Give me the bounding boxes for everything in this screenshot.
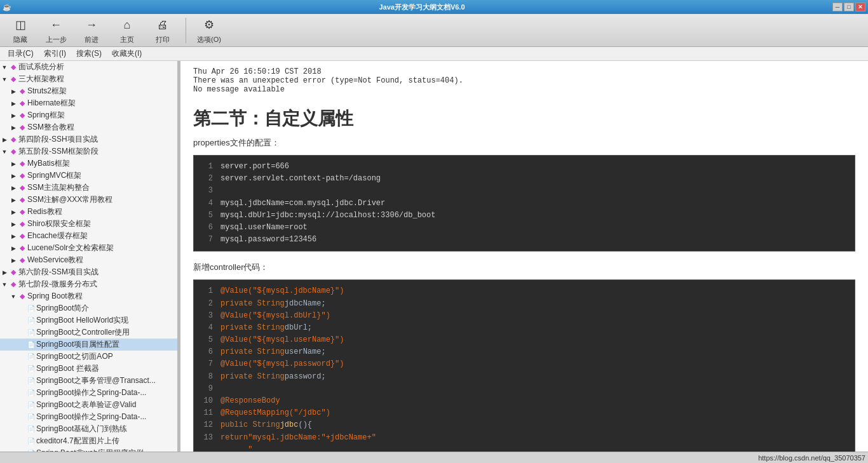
code-line-2-5: 5 @Value("${mysql.userName}") bbox=[201, 334, 847, 346]
tree-label-27: SpringBoot操作之Spring-Data-... bbox=[36, 387, 146, 398]
tree-item-6[interactable]: ▶◆第四阶段-SSH项目实战 bbox=[0, 133, 177, 145]
tree-item-22[interactable]: 📄SpringBoot之Controller使用 bbox=[0, 326, 177, 339]
tree-item-4[interactable]: ▶◆Spring框架 bbox=[0, 109, 177, 121]
tree-item-1[interactable]: ▼◆三大框架教程 bbox=[0, 73, 177, 85]
statusbar: https://blog.csdn.net/qq_35070357 bbox=[0, 452, 868, 463]
tree-item-9[interactable]: ▶◆SpringMVC框架 bbox=[0, 170, 177, 182]
tree-label-21: SpringBoot HelloWorld实现 bbox=[36, 315, 128, 326]
tree-expand-10[interactable]: ▶ bbox=[9, 185, 18, 191]
tree-expand-15[interactable]: ▶ bbox=[9, 245, 18, 252]
forward-button[interactable]: → 前进 bbox=[76, 16, 107, 44]
tree-item-21[interactable]: 📄SpringBoot HelloWorld实现 bbox=[0, 314, 177, 326]
code-line-1-1: 1server.port=666 bbox=[201, 161, 847, 173]
folder-icon-6: ◆ bbox=[9, 135, 18, 144]
options-button[interactable]: ⚙ 选项(O) bbox=[194, 16, 224, 44]
tree-expand-13[interactable]: ▶ bbox=[9, 221, 18, 227]
tree-item-7[interactable]: ▼◆第五阶段-SSM框架阶段 bbox=[0, 145, 177, 158]
folder-icon-9: ◆ bbox=[18, 171, 27, 180]
tree-item-20[interactable]: 📄SpringBoot简介 bbox=[0, 302, 177, 314]
minimize-button[interactable]: ─ bbox=[832, 3, 843, 11]
tree-label-1: 三大框架教程 bbox=[18, 74, 64, 84]
tree-expand-4[interactable]: ▶ bbox=[9, 112, 18, 119]
line-num: 7 bbox=[201, 234, 220, 246]
folder-icon-1: ◆ bbox=[9, 75, 18, 84]
tree-expand-1[interactable]: ▼ bbox=[0, 76, 9, 83]
print-button[interactable]: 🖨 打印 bbox=[147, 16, 178, 44]
tree-item-28[interactable]: 📄SpringBoot之表单验证@Valid bbox=[0, 399, 177, 411]
code-line-1-6: 6mysql.userName=root bbox=[201, 222, 847, 234]
tree-expand-9[interactable]: ▶ bbox=[9, 173, 18, 179]
code-part: userName; bbox=[285, 346, 326, 358]
menu-toc[interactable]: 目录(C) bbox=[3, 47, 39, 60]
hide-button[interactable]: ◫ 隐藏 bbox=[5, 16, 36, 44]
tree-expand-12[interactable]: ▶ bbox=[9, 209, 18, 215]
tree-item-26[interactable]: 📄SpringBoot之事务管理@Transact... bbox=[0, 375, 177, 387]
tree-item-31[interactable]: 📄ckeditor4.7配置图片上传 bbox=[0, 435, 177, 447]
line-code: mysql.userName=root bbox=[220, 222, 308, 234]
tree-expand-2[interactable]: ▶ bbox=[9, 88, 18, 95]
tree-item-8[interactable]: ▶◆MyBatis框架 bbox=[0, 158, 177, 170]
tree-item-18[interactable]: ▼◆第七阶段-微服务分布式 bbox=[0, 278, 177, 290]
tree-item-11[interactable]: ▶◆SSM注解@XXX常用教程 bbox=[0, 194, 177, 206]
tree-item-0[interactable]: ▼◆面试系统分析 bbox=[0, 61, 177, 73]
menubar: 目录(C) 索引(I) 搜索(S) 收藏夹(I) bbox=[0, 47, 868, 61]
tree-item-14[interactable]: ▶◆Ehcache缓存框架 bbox=[0, 230, 177, 242]
tree-expand-0[interactable]: ▼ bbox=[0, 64, 9, 70]
tree-item-2[interactable]: ▶◆Struts2框架 bbox=[0, 85, 177, 97]
menu-favorites[interactable]: 收藏夹(I) bbox=[107, 47, 147, 60]
tree-item-5[interactable]: ▶◆SSM整合教程 bbox=[0, 121, 177, 133]
tree-expand-18[interactable]: ▼ bbox=[0, 281, 9, 288]
maximize-button[interactable]: □ bbox=[844, 3, 854, 11]
tree-expand-8[interactable]: ▶ bbox=[9, 161, 18, 167]
tree-expand-16[interactable]: ▶ bbox=[9, 257, 18, 264]
tree-expand-19[interactable]: ▼ bbox=[9, 293, 18, 300]
code-part: return bbox=[220, 432, 248, 452]
tree-item-23[interactable]: 📄SpringBoot项目属性配置 bbox=[0, 339, 177, 351]
tree-expand-17[interactable]: ▶ bbox=[0, 269, 9, 276]
tree-item-27[interactable]: 📄SpringBoot操作之Spring-Data-... bbox=[0, 387, 177, 399]
tree-expand-5[interactable]: ▶ bbox=[9, 124, 18, 131]
tree-item-32[interactable]: 📄Spring Boot非web应用程序实例 bbox=[0, 447, 177, 452]
tree-item-15[interactable]: ▶◆Lucene/Solr全文检索框架 bbox=[0, 242, 177, 254]
tree-item-12[interactable]: ▶◆Redis教程 bbox=[0, 206, 177, 218]
tree-expand-3[interactable]: ▶ bbox=[9, 100, 18, 107]
code-block-2: 1@Value("${mysql.jdbcName}")2 private St… bbox=[193, 279, 855, 452]
titlebar: ☕ Java开发学习大纲文档V6.0 ─ □ ✕ bbox=[0, 0, 868, 14]
home-button[interactable]: ⌂ 主页 bbox=[112, 16, 142, 44]
tree-item-25[interactable]: 📄SpringBoot 拦截器 bbox=[0, 363, 177, 375]
tree-item-13[interactable]: ▶◆Shiro权限安全框架 bbox=[0, 218, 177, 230]
tree-label-30: SpringBoot基础入门到熟练 bbox=[36, 424, 127, 434]
tree-label-29: SpringBoot操作之Spring-Data-... bbox=[36, 412, 146, 422]
tree-item-24[interactable]: 📄SpringBoot之切面AOP bbox=[0, 351, 177, 363]
menu-search[interactable]: 搜索(S) bbox=[71, 47, 107, 60]
menu-index[interactable]: 索引(I) bbox=[39, 47, 71, 60]
tree-item-10[interactable]: ▶◆SSM主流架构整合 bbox=[0, 182, 177, 194]
tree-item-30[interactable]: 📄SpringBoot基础入门到熟练 bbox=[0, 423, 177, 435]
tree-item-16[interactable]: ▶◆WebService教程 bbox=[0, 254, 177, 266]
close-button[interactable]: ✕ bbox=[855, 3, 865, 11]
code-part: private String bbox=[220, 346, 285, 358]
folder-icon-10: ◆ bbox=[18, 184, 27, 192]
code-line-2-6: 6 private String userName; bbox=[201, 346, 847, 358]
tree-expand-6[interactable]: ▶ bbox=[0, 137, 9, 143]
tree-item-17[interactable]: ▶◆第六阶段-SSM项目实战 bbox=[0, 266, 177, 278]
tree-item-29[interactable]: 📄SpringBoot操作之Spring-Data-... bbox=[0, 411, 177, 423]
tree-item-3[interactable]: ▶◆Hibernate框架 bbox=[0, 97, 177, 109]
tree-label-16: WebService教程 bbox=[27, 255, 83, 265]
section-desc-1: properties文件的配置： bbox=[193, 137, 855, 149]
content-area[interactable]: Thu Apr 26 16:50:19 CST 2018 There was a… bbox=[180, 61, 868, 452]
back-button[interactable]: ← 上一步 bbox=[41, 16, 71, 44]
line-num: 6 bbox=[201, 222, 220, 234]
code-line-1-2: 2server.servlet.context-path=/dasong bbox=[201, 173, 847, 185]
code-part: dbUrl; bbox=[285, 322, 312, 334]
tree-expand-14[interactable]: ▶ bbox=[9, 233, 18, 239]
code-part: jdbc bbox=[280, 419, 299, 431]
tree-expand-11[interactable]: ▶ bbox=[9, 197, 18, 203]
tree-expand-7[interactable]: ▼ bbox=[0, 149, 9, 155]
tree-item-19[interactable]: ▼◆Spring Boot教程 bbox=[0, 290, 177, 302]
code-line-2-13: 13 return "mysql.jdbcName:"+jdbcName+"" bbox=[201, 432, 847, 452]
sidebar[interactable]: ▼◆面试系统分析▼◆三大框架教程▶◆Struts2框架▶◆Hibernate框架… bbox=[0, 61, 178, 452]
doc-icon-29: 📄 bbox=[27, 413, 36, 422]
line-num: 11 bbox=[201, 407, 220, 419]
line-num: 2 bbox=[201, 173, 220, 185]
